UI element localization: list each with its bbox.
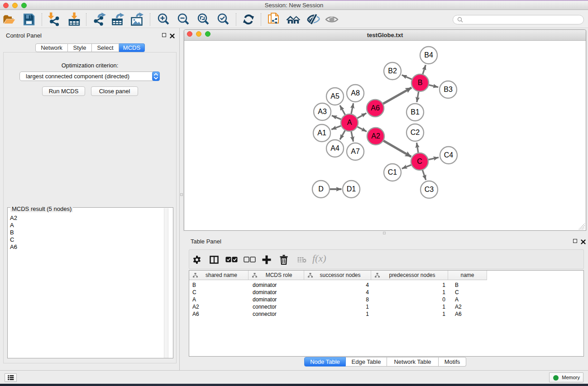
svg-text:C2: C2 (411, 129, 420, 136)
svg-text:A1: A1 (317, 129, 326, 137)
svg-text:C1: C1 (388, 168, 397, 176)
svg-text:A7: A7 (351, 148, 360, 155)
svg-text:A8: A8 (351, 89, 360, 97)
svg-text:C4: C4 (444, 151, 454, 159)
svg-text:B4: B4 (424, 51, 433, 59)
svg-text:C3: C3 (425, 186, 434, 193)
svg-text:A4: A4 (330, 144, 339, 152)
svg-text:B: B (418, 79, 423, 86)
svg-text:B1: B1 (411, 108, 420, 116)
svg-text:A3: A3 (318, 108, 327, 115)
svg-text:A2: A2 (371, 132, 380, 140)
svg-text:A5: A5 (330, 92, 339, 100)
svg-text:D: D (318, 185, 324, 193)
svg-text:C: C (417, 157, 422, 165)
svg-text:A6: A6 (371, 104, 380, 112)
svg-text:A: A (347, 119, 352, 126)
svg-text:B2: B2 (388, 67, 397, 75)
svg-text:B3: B3 (444, 86, 453, 93)
svg-text:D1: D1 (347, 185, 356, 193)
